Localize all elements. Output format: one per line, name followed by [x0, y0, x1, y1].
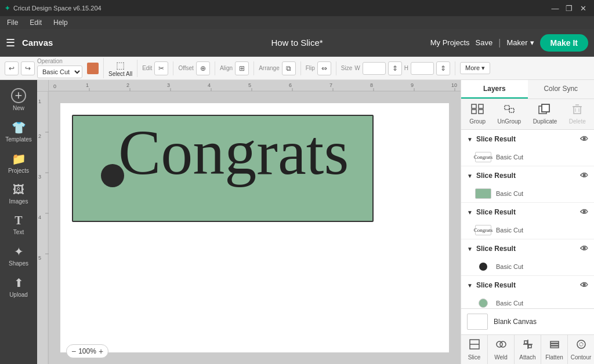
slice-header-5[interactable]: ▼ Slice Result 👁	[461, 276, 594, 294]
duplicate-button[interactable]: Duplicate	[530, 103, 561, 126]
make-it-button[interactable]: Make It	[540, 34, 588, 52]
templates-icon: 👕	[12, 121, 26, 134]
sidebar-item-shapes[interactable]: ✦ Shapes	[2, 241, 35, 270]
slice-thumb-2	[475, 188, 491, 199]
sidebar-item-templates[interactable]: 👕 Templates	[2, 117, 35, 146]
redo-button[interactable]: ↪	[21, 61, 35, 75]
menu-file[interactable]: File	[5, 17, 20, 28]
slice-thumb-4	[475, 261, 491, 272]
sidebar-item-text[interactable]: T Text	[2, 210, 35, 239]
eye-icon-5[interactable]: 👁	[580, 281, 588, 290]
attach-tool-button[interactable]: Attach	[515, 335, 541, 364]
svg-text:2: 2	[38, 133, 41, 139]
svg-rect-36	[505, 105, 509, 110]
slice-item-5: Basic Cut	[461, 294, 594, 308]
width-input[interactable]	[363, 62, 386, 75]
title-bar: ✦ Cricut Design Space v6.15.204 — ❐ ✕	[0, 0, 594, 16]
height-stepper[interactable]: ⇕	[436, 61, 450, 75]
select-all-group: ⬚ Select All	[108, 60, 137, 77]
menu-edit[interactable]: Edit	[27, 17, 44, 28]
layers-list: ▼ Slice Result 👁 Congrats Basic Cut ▼ Sl…	[461, 130, 594, 308]
app-title: Cricut Design Space v6.15.204	[13, 5, 102, 12]
arrange-button[interactable]: ⧉	[282, 61, 296, 75]
zoom-out-button[interactable]: −	[71, 347, 76, 356]
edit-button[interactable]: ✂	[154, 61, 168, 75]
hamburger-button[interactable]: ☰	[6, 37, 15, 49]
restore-button[interactable]: ❐	[563, 2, 575, 14]
svg-text:10: 10	[451, 82, 457, 88]
contour-tool-button[interactable]: Contour	[568, 335, 594, 364]
chevron-3: ▼	[467, 209, 473, 216]
slice-item-3: Congrats Basic Cut	[461, 221, 594, 239]
weld-tool-icon	[495, 338, 507, 353]
flatten-tool-button[interactable]: Flatten	[541, 335, 568, 364]
svg-text:1: 1	[86, 82, 89, 88]
undo-button[interactable]: ↩	[5, 61, 19, 75]
slice-item-label-2: Basic Cut	[496, 190, 523, 197]
sidebar-label-upload: Upload	[9, 292, 28, 298]
save-button[interactable]: Save	[476, 38, 493, 47]
slice-tool-button[interactable]: Slice	[461, 335, 488, 364]
menu-help[interactable]: Help	[51, 17, 70, 28]
sidebar-label-images: Images	[9, 198, 28, 205]
slice-header-2[interactable]: ▼ Slice Result 👁	[461, 166, 594, 185]
align-group: Align ⊞	[220, 61, 254, 75]
height-input[interactable]	[411, 62, 434, 75]
slice-group-4: ▼ Slice Result 👁 Basic Cut	[461, 239, 594, 276]
zoom-in-button[interactable]: +	[99, 347, 103, 356]
select-all-icon: ⬚	[116, 60, 125, 71]
sidebar-label-templates: Templates	[5, 136, 32, 143]
slice-label-2: Slice Result	[476, 172, 516, 180]
slice-header-4[interactable]: ▼ Slice Result 👁	[461, 239, 594, 258]
minimize-button[interactable]: —	[549, 2, 562, 14]
slice-item-label-5: Basic Cut	[496, 300, 523, 307]
design-container[interactable]: Congrats	[72, 115, 374, 222]
slice-item-4: Basic Cut	[461, 258, 594, 275]
more-button[interactable]: More ▾	[460, 62, 490, 74]
svg-point-49	[500, 341, 506, 347]
close-button[interactable]: ✕	[577, 2, 589, 14]
my-projects-button[interactable]: My Projects	[430, 38, 470, 47]
blank-canvas-item: Blank Canvas	[461, 308, 594, 334]
zoom-controls: − 100% +	[66, 344, 108, 358]
svg-rect-55	[550, 344, 559, 345]
svg-text:3: 3	[38, 174, 41, 180]
group-button[interactable]: Group	[466, 103, 489, 126]
sidebar-item-upload[interactable]: ⬆ Upload	[2, 272, 35, 301]
slice-header-1[interactable]: ▼ Slice Result 👁	[461, 130, 594, 148]
eye-icon-2[interactable]: 👁	[580, 171, 588, 180]
size-group: Size W ⇕ H ⇕	[341, 61, 455, 75]
blank-canvas-label: Blank Canvas	[494, 318, 537, 326]
svg-text:5: 5	[38, 255, 41, 261]
sidebar-item-new[interactable]: + New	[2, 85, 35, 115]
svg-rect-41	[574, 107, 581, 114]
panel-bottom-tools: Slice Weld	[461, 334, 594, 364]
slice-thumb-1: Congrats	[475, 152, 491, 162]
flip-group: Flip ⇔	[306, 61, 336, 75]
chevron-4: ▼	[467, 246, 473, 252]
sidebar-item-images[interactable]: 🖼 Images	[2, 180, 35, 208]
weld-tool-button[interactable]: Weld	[488, 335, 515, 364]
tab-color-sync[interactable]: Color Sync	[528, 80, 595, 99]
offset-button[interactable]: ⊕	[196, 61, 210, 75]
svg-rect-56	[550, 346, 559, 348]
eye-icon-1[interactable]: 👁	[580, 134, 588, 144]
slice-header-3[interactable]: ▼ Slice Result 👁	[461, 203, 594, 221]
select-all-button[interactable]: ⬚ Select All	[108, 60, 132, 77]
chevron-1: ▼	[467, 136, 473, 143]
ungroup-button[interactable]: UnGroup	[494, 103, 525, 126]
maker-button[interactable]: Maker ▾	[506, 38, 534, 47]
width-stepper[interactable]: ⇕	[388, 61, 402, 75]
group-icon	[471, 104, 484, 117]
eye-icon-4[interactable]: 👁	[580, 244, 588, 253]
operation-select[interactable]: Basic Cut	[37, 65, 82, 78]
eye-icon-3[interactable]: 👁	[580, 208, 588, 217]
tab-layers[interactable]: Layers	[461, 80, 528, 99]
align-button[interactable]: ⊞	[235, 61, 249, 75]
canvas-area[interactable]: Congrats − 100% +	[49, 92, 461, 364]
sidebar-item-projects[interactable]: 📁 Projects	[2, 148, 35, 177]
slice-group-5: ▼ Slice Result 👁 Basic Cut	[461, 276, 594, 308]
svg-text:1: 1	[38, 99, 41, 104]
flip-button[interactable]: ⇔	[317, 61, 331, 75]
delete-button[interactable]: Delete	[566, 103, 589, 126]
